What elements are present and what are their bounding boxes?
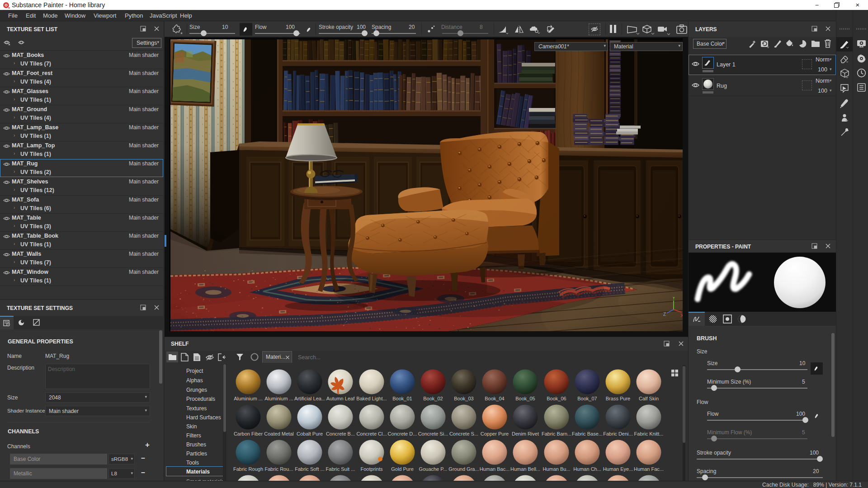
svg-text:X: X xyxy=(680,313,683,318)
svg-text:Y: Y xyxy=(672,297,675,300)
svg-text:Z: Z xyxy=(663,312,666,317)
